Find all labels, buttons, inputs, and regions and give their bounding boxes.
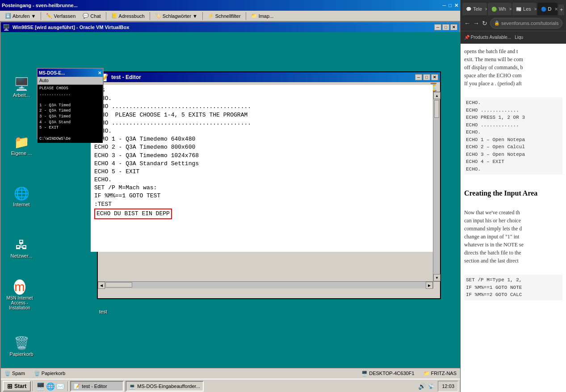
tray-area: 🔊 📡 [416, 383, 436, 390]
vbox-icon: 🖥️ [3, 24, 10, 31]
browser-tab-tele[interactable]: 💬 Tele ✕ [462, 3, 487, 15]
taskbar-separator-2 [67, 381, 68, 391]
chat-icon: 💬 [83, 13, 89, 19]
desktop-icon-arbeitsplatz[interactable]: 🖥️ Arbeit... [7, 77, 36, 98]
start-button[interactable]: ⊞ Start [3, 381, 31, 392]
browser-forward-btn[interactable]: → [473, 20, 479, 27]
schlagwoerter-button[interactable]: 🏷️ Schlagwörter ▼ [152, 12, 201, 20]
scroll-track-v[interactable] [433, 99, 440, 274]
bookmark-liqu[interactable]: Liqu [515, 35, 523, 40]
quicklaunch-mail-icon[interactable]: ✉️ [56, 382, 65, 391]
scroll-up-btn[interactable]: ▲ [433, 92, 440, 99]
taskbar-item-msdos[interactable]: 💻 MS-DOS-Eingabeaufforder... [126, 381, 203, 392]
browser-content: opens the batch file and texit. The menu… [461, 44, 566, 392]
taskbar-separator [33, 381, 34, 391]
browser-url-bar[interactable]: 🔒 sevenforums.com/tutorials [490, 18, 562, 29]
editor-line: ECHO ...................................… [94, 119, 429, 127]
msdos-toolbar: Auto [38, 77, 103, 85]
taskbar-item-editor[interactable]: 📝 test - Editor [70, 381, 124, 392]
wh-tab-label: Wh [499, 6, 506, 12]
vbox-minimize[interactable]: ─ [434, 24, 441, 30]
vbox-maximize[interactable]: □ [442, 24, 449, 30]
win98-desktop: 🖥️ Arbeit... 📁 Eigene ... 🌐 Internet 🖧 N… [1, 32, 460, 392]
quicklaunch-desktop-icon[interactable]: 🖥️ [36, 382, 45, 391]
browser-tab-les[interactable]: 📰 Les ✕ [512, 3, 537, 15]
browser-refresh-btn[interactable]: ↻ [482, 20, 487, 27]
tele-tab-close[interactable]: ✕ [485, 7, 487, 12]
scroll-right-btn[interactable]: ▶ [426, 282, 433, 289]
imap-button[interactable]: 📁 Imap... [248, 12, 277, 20]
taskbar-clock: 12:03 [438, 381, 458, 392]
wh-tab-close[interactable]: ✕ [509, 7, 511, 12]
les-tab-label: Les [523, 6, 531, 12]
editor-line: ECHO. [94, 127, 429, 135]
editor-maximize[interactable]: □ [423, 74, 430, 80]
internet-icon: 🌐 [14, 186, 29, 200]
spam-label: 🗑️ Spam [4, 371, 25, 376]
tele-tab-label: Tele [473, 6, 482, 12]
abrufen-button[interactable]: ⬇️ Abrufen ▼ [2, 12, 39, 20]
editor-line: ECHO 5 - EXIT [94, 168, 429, 176]
editor-scrollbar-vertical[interactable]: ▲ ▼ [433, 92, 440, 281]
quick-launch: 🖥️ 🌐 ✉️ [36, 382, 65, 391]
editor-content[interactable]: CLS ECHO. ECHO .........................… [91, 85, 433, 252]
msn-icon: m [13, 280, 27, 294]
papierkorb-label: 🗑️ Papierkorb [34, 371, 65, 376]
start-label: Start [14, 383, 26, 389]
browser-text-block-1: opens the batch file and texit. The menu… [464, 47, 562, 300]
desktop-icon-msn[interactable]: m MSN InternetAccess - Installation [5, 280, 34, 311]
msdos-close[interactable]: ✕ [98, 71, 101, 75]
browser-bookmarks-bar: 📌 Products Available... Liqu [461, 31, 566, 44]
close-btn[interactable]: ✕ [454, 3, 458, 8]
scroll-track-h[interactable] [105, 282, 426, 288]
msdos-window[interactable]: MS-DOS-E... ✕ Auto PLEASE CHOOS ........… [37, 68, 104, 139]
vbox-close[interactable]: ✕ [450, 24, 457, 30]
tele-tab-icon: 💬 [466, 7, 471, 12]
browser-heading-input-area: Creating the Input Area [464, 188, 562, 199]
new-tab-button[interactable]: + [558, 4, 564, 15]
editor-close[interactable]: ✕ [431, 74, 438, 80]
verfassen-icon: ✏️ [46, 13, 52, 19]
d-tab-close[interactable]: ✕ [554, 7, 558, 12]
maximize-btn[interactable]: □ [449, 3, 452, 8]
schnellfilter-button[interactable]: ⚡ Schnellfilter [205, 12, 244, 20]
d-tab-icon: 🔵 [541, 7, 546, 12]
tray-volume-icon[interactable]: 🔊 [418, 383, 426, 390]
editor-line: :TEST [94, 200, 429, 209]
netzwerk-icon: 🖧 [14, 238, 29, 252]
scroll-thumb-h[interactable] [105, 282, 132, 288]
tray-network-icon[interactable]: 📡 [428, 383, 434, 389]
scroll-thumb-v[interactable] [434, 100, 439, 118]
toolbar-separator-5 [246, 12, 246, 20]
adressbuch-icon: 📒 [111, 13, 117, 19]
toolbar-separator-3 [150, 12, 150, 20]
quicklaunch-ie-icon[interactable]: 🌐 [46, 382, 55, 391]
editor-minimize[interactable]: ─ [415, 74, 422, 80]
desktop-icon-netzwerk[interactable]: 🖧 Netzwer... [7, 238, 36, 259]
editor-line: ECHO 3 - Q3A Timedemo 1024x768 [94, 152, 429, 160]
browser-tab-wh[interactable]: 🟢 Wh ✕ [488, 3, 511, 15]
email-title: Posteingang - sven-heilbrunne... [2, 3, 78, 8]
vbox-title: Win98SE [wird ausgeführt] - Oracle VM Vi… [13, 25, 129, 30]
editor-line: ECHO. [94, 176, 429, 184]
chat-button[interactable]: 💬 Chat [80, 12, 104, 20]
scroll-left-btn[interactable]: ◀ [98, 282, 105, 289]
editor-line: ECHO 2 - Q3A Timedemo 800x600 [94, 143, 429, 151]
scroll-down-btn[interactable]: ▼ [433, 274, 440, 281]
minimize-btn[interactable]: ─ [443, 3, 446, 8]
verfassen-button[interactable]: ✏️ Verfassen [43, 12, 79, 20]
les-tab-close[interactable]: ✕ [534, 7, 537, 12]
desktop-icon-internet[interactable]: 🌐 Internet [7, 186, 36, 208]
desktop-icon-eigene[interactable]: 📁 Eigene ... [7, 135, 36, 156]
desktop-icon-papierkorb[interactable]: 🗑️ Papierkorb [7, 336, 36, 357]
status-bar: 🗑️ Spam 🗑️ Papierkorb 🖥️ DESKTOP-4C630F1… [1, 368, 460, 379]
scroll-corner [433, 281, 440, 288]
editor-scrollbar-horizontal[interactable]: ◀ ▶ [98, 281, 433, 288]
browser-panel: 💬 Tele ✕ 🟢 Wh ✕ 📰 Les ✕ 🔵 D ✕ + ← → ↻ 🔒 … [460, 0, 566, 392]
browser-addressbar: ← → ↻ 🔒 sevenforums.com/tutorials [461, 15, 566, 31]
adressbuch-button[interactable]: 📒 Adressbuch [108, 12, 148, 20]
browser-tab-d[interactable]: 🔵 D ✕ [537, 3, 558, 15]
d-tab-label: D [548, 6, 552, 12]
browser-back-btn[interactable]: ← [464, 20, 470, 27]
bookmark-products[interactable]: 📌 Products Available... [464, 35, 511, 40]
